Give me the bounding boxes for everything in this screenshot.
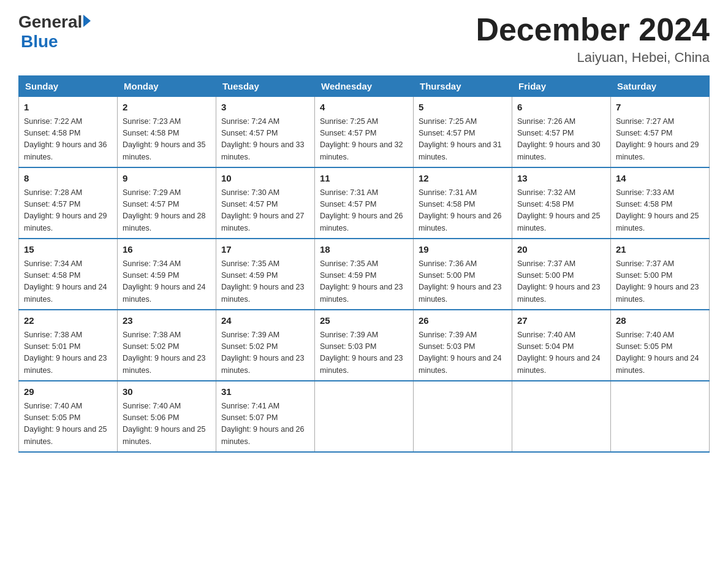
day-info: Sunrise: 7:26 AMSunset: 4:57 PMDaylight:… <box>517 116 605 164</box>
day-info: Sunrise: 7:27 AMSunset: 4:57 PMDaylight:… <box>616 116 704 164</box>
day-number: 16 <box>123 243 211 257</box>
day-number: 18 <box>320 243 408 257</box>
day-info: Sunrise: 7:38 AMSunset: 5:01 PMDaylight:… <box>24 329 112 377</box>
day-info: Sunrise: 7:40 AMSunset: 5:05 PMDaylight:… <box>616 329 704 377</box>
day-info: Sunrise: 7:40 AMSunset: 5:06 PMDaylight:… <box>123 400 211 448</box>
calendar-cell: 23Sunrise: 7:38 AMSunset: 5:02 PMDayligh… <box>118 310 216 381</box>
weekday-header-thursday: Thursday <box>414 76 512 97</box>
calendar-week-1: 1Sunrise: 7:22 AMSunset: 4:58 PMDaylight… <box>19 97 710 168</box>
logo-general-text: General <box>18 12 82 32</box>
day-number: 25 <box>320 314 408 328</box>
day-number: 28 <box>616 314 704 328</box>
calendar-week-5: 29Sunrise: 7:40 AMSunset: 5:05 PMDayligh… <box>19 381 710 452</box>
day-number: 30 <box>123 385 211 399</box>
day-info: Sunrise: 7:37 AMSunset: 5:00 PMDaylight:… <box>517 258 605 306</box>
calendar-cell: 31Sunrise: 7:41 AMSunset: 5:07 PMDayligh… <box>216 381 315 452</box>
calendar-cell <box>611 381 710 452</box>
calendar-cell: 19Sunrise: 7:36 AMSunset: 5:00 PMDayligh… <box>414 239 512 310</box>
calendar-cell: 30Sunrise: 7:40 AMSunset: 5:06 PMDayligh… <box>118 381 216 452</box>
day-number: 27 <box>517 314 605 328</box>
calendar-cell: 16Sunrise: 7:34 AMSunset: 4:59 PMDayligh… <box>118 239 216 310</box>
day-info: Sunrise: 7:35 AMSunset: 4:59 PMDaylight:… <box>320 258 408 306</box>
day-number: 12 <box>419 172 507 186</box>
calendar-cell: 7Sunrise: 7:27 AMSunset: 4:57 PMDaylight… <box>611 97 710 168</box>
day-number: 29 <box>24 385 112 399</box>
day-number: 6 <box>517 101 605 115</box>
day-number: 9 <box>123 172 211 186</box>
day-info: Sunrise: 7:23 AMSunset: 4:58 PMDaylight:… <box>123 116 211 164</box>
day-info: Sunrise: 7:22 AMSunset: 4:58 PMDaylight:… <box>24 116 112 164</box>
calendar-cell: 29Sunrise: 7:40 AMSunset: 5:05 PMDayligh… <box>19 381 118 452</box>
calendar-cell <box>414 381 512 452</box>
day-number: 19 <box>419 243 507 257</box>
logo-blue-text: Blue <box>21 32 58 51</box>
day-number: 20 <box>517 243 605 257</box>
day-info: Sunrise: 7:29 AMSunset: 4:57 PMDaylight:… <box>123 187 211 235</box>
day-number: 1 <box>24 101 112 115</box>
calendar-cell: 1Sunrise: 7:22 AMSunset: 4:58 PMDaylight… <box>19 97 118 168</box>
day-number: 23 <box>123 314 211 328</box>
day-number: 3 <box>221 101 309 115</box>
calendar-cell: 10Sunrise: 7:30 AMSunset: 4:57 PMDayligh… <box>216 167 315 239</box>
calendar-table: SundayMondayTuesdayWednesdayThursdayFrid… <box>18 75 710 453</box>
day-info: Sunrise: 7:24 AMSunset: 4:57 PMDaylight:… <box>221 116 309 164</box>
calendar-cell: 18Sunrise: 7:35 AMSunset: 4:59 PMDayligh… <box>315 239 414 310</box>
day-number: 22 <box>24 314 112 328</box>
day-info: Sunrise: 7:39 AMSunset: 5:02 PMDaylight:… <box>221 329 309 377</box>
day-info: Sunrise: 7:25 AMSunset: 4:57 PMDaylight:… <box>320 116 408 164</box>
logo-triangle-icon <box>83 15 91 27</box>
day-info: Sunrise: 7:34 AMSunset: 4:59 PMDaylight:… <box>123 258 211 306</box>
calendar-cell: 20Sunrise: 7:37 AMSunset: 5:00 PMDayligh… <box>512 239 611 310</box>
day-info: Sunrise: 7:31 AMSunset: 4:58 PMDaylight:… <box>419 187 507 235</box>
calendar-week-2: 8Sunrise: 7:28 AMSunset: 4:57 PMDaylight… <box>19 167 710 239</box>
weekday-header-wednesday: Wednesday <box>315 76 414 97</box>
day-number: 4 <box>320 101 408 115</box>
day-number: 13 <box>517 172 605 186</box>
day-info: Sunrise: 7:41 AMSunset: 5:07 PMDaylight:… <box>221 400 309 448</box>
calendar-cell: 24Sunrise: 7:39 AMSunset: 5:02 PMDayligh… <box>216 310 315 381</box>
day-number: 2 <box>123 101 211 115</box>
day-info: Sunrise: 7:34 AMSunset: 4:58 PMDaylight:… <box>24 258 112 306</box>
month-title: December 2024 <box>476 12 710 47</box>
calendar-cell: 11Sunrise: 7:31 AMSunset: 4:57 PMDayligh… <box>315 167 414 239</box>
calendar-cell: 28Sunrise: 7:40 AMSunset: 5:05 PMDayligh… <box>611 310 710 381</box>
day-number: 14 <box>616 172 704 186</box>
day-number: 7 <box>616 101 704 115</box>
day-number: 31 <box>221 385 309 399</box>
calendar-cell: 2Sunrise: 7:23 AMSunset: 4:58 PMDaylight… <box>118 97 216 168</box>
day-number: 11 <box>320 172 408 186</box>
calendar-cell: 9Sunrise: 7:29 AMSunset: 4:57 PMDaylight… <box>118 167 216 239</box>
weekday-header-saturday: Saturday <box>611 76 710 97</box>
day-number: 17 <box>221 243 309 257</box>
day-info: Sunrise: 7:36 AMSunset: 5:00 PMDaylight:… <box>419 258 507 306</box>
page-header: General Blue December 2024 Laiyuan, Hebe… <box>18 12 710 66</box>
day-info: Sunrise: 7:35 AMSunset: 4:59 PMDaylight:… <box>221 258 309 306</box>
calendar-cell: 5Sunrise: 7:25 AMSunset: 4:57 PMDaylight… <box>414 97 512 168</box>
calendar-week-3: 15Sunrise: 7:34 AMSunset: 4:58 PMDayligh… <box>19 239 710 310</box>
day-info: Sunrise: 7:31 AMSunset: 4:57 PMDaylight:… <box>320 187 408 235</box>
calendar-cell: 4Sunrise: 7:25 AMSunset: 4:57 PMDaylight… <box>315 97 414 168</box>
day-info: Sunrise: 7:38 AMSunset: 5:02 PMDaylight:… <box>123 329 211 377</box>
day-number: 10 <box>221 172 309 186</box>
calendar-cell: 22Sunrise: 7:38 AMSunset: 5:01 PMDayligh… <box>19 310 118 381</box>
day-number: 24 <box>221 314 309 328</box>
calendar-cell: 27Sunrise: 7:40 AMSunset: 5:04 PMDayligh… <box>512 310 611 381</box>
day-info: Sunrise: 7:39 AMSunset: 5:03 PMDaylight:… <box>419 329 507 377</box>
calendar-cell: 15Sunrise: 7:34 AMSunset: 4:58 PMDayligh… <box>19 239 118 310</box>
day-info: Sunrise: 7:28 AMSunset: 4:57 PMDaylight:… <box>24 187 112 235</box>
calendar-cell: 26Sunrise: 7:39 AMSunset: 5:03 PMDayligh… <box>414 310 512 381</box>
day-number: 8 <box>24 172 112 186</box>
day-number: 26 <box>419 314 507 328</box>
day-info: Sunrise: 7:32 AMSunset: 4:58 PMDaylight:… <box>517 187 605 235</box>
weekday-header-friday: Friday <box>512 76 611 97</box>
calendar-cell: 14Sunrise: 7:33 AMSunset: 4:58 PMDayligh… <box>611 167 710 239</box>
day-info: Sunrise: 7:25 AMSunset: 4:57 PMDaylight:… <box>419 116 507 164</box>
calendar-cell <box>512 381 611 452</box>
calendar-cell <box>315 381 414 452</box>
calendar-cell: 6Sunrise: 7:26 AMSunset: 4:57 PMDaylight… <box>512 97 611 168</box>
weekday-header-tuesday: Tuesday <box>216 76 315 97</box>
day-info: Sunrise: 7:40 AMSunset: 5:04 PMDaylight:… <box>517 329 605 377</box>
day-info: Sunrise: 7:40 AMSunset: 5:05 PMDaylight:… <box>24 400 112 448</box>
weekday-header-row: SundayMondayTuesdayWednesdayThursdayFrid… <box>19 76 710 97</box>
day-info: Sunrise: 7:33 AMSunset: 4:58 PMDaylight:… <box>616 187 704 235</box>
